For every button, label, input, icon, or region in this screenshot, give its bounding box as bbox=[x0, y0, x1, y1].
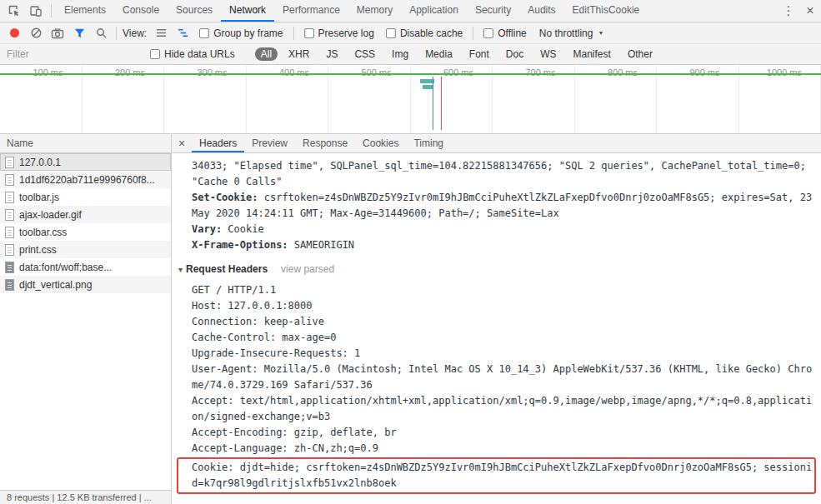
timeline-tick-label: 900 ms bbox=[689, 67, 719, 77]
checkbox-box bbox=[199, 28, 209, 38]
separator bbox=[116, 27, 117, 40]
stylesheet-file-icon bbox=[5, 244, 14, 256]
request-name: print.css bbox=[19, 244, 57, 256]
collapse-triangle-icon[interactable]: ▾ bbox=[178, 265, 183, 274]
request-row[interactable]: 1d1df6220ab711e9996760f8... bbox=[0, 171, 171, 188]
timeline-tick-label: 1000 ms bbox=[767, 67, 802, 77]
tab-console[interactable]: Console bbox=[114, 0, 168, 22]
stylesheet-file-icon bbox=[5, 227, 14, 238]
timeline-tick-label: 300 ms bbox=[197, 67, 227, 77]
tab-elements[interactable]: Elements bbox=[56, 0, 114, 22]
image-file-icon bbox=[5, 209, 14, 221]
filter-type-other[interactable]: Other bbox=[622, 47, 658, 61]
request-row[interactable]: 127.0.0.1 bbox=[0, 153, 171, 171]
checkbox-box bbox=[304, 28, 314, 38]
search-icon[interactable] bbox=[90, 23, 112, 43]
network-summary-bar: 8 requests | 12.5 KB transferred | ... bbox=[0, 490, 172, 504]
request-row[interactable]: data:font/woff;base... bbox=[0, 258, 171, 276]
checkbox-box bbox=[483, 28, 493, 38]
close-devtools-icon[interactable]: × bbox=[799, 1, 821, 21]
tab-timing[interactable]: Timing bbox=[406, 134, 451, 152]
request-header-upgrade-insecure: Upgrade-Insecure-Requests: 1 bbox=[177, 346, 818, 362]
timeline-tick-label: 700 ms bbox=[525, 67, 555, 77]
filter-type-ws[interactable]: WS bbox=[534, 47, 562, 61]
filter-type-img[interactable]: Img bbox=[386, 47, 414, 61]
filter-type-js[interactable]: JS bbox=[320, 47, 343, 61]
request-row[interactable]: toolbar.css bbox=[0, 223, 171, 241]
record-button[interactable] bbox=[3, 23, 25, 43]
request-header-accept-encoding: Accept-Encoding: gzip, deflate, br bbox=[177, 425, 818, 441]
filter-type-all[interactable]: All bbox=[255, 47, 278, 61]
view-waterfall-icon[interactable] bbox=[172, 23, 193, 43]
request-line: GET / HTTP/1.1 bbox=[177, 282, 818, 298]
tab-sources[interactable]: Sources bbox=[168, 0, 221, 22]
tab-application[interactable]: Application bbox=[401, 0, 467, 22]
response-header-x-frame-options: X-Frame-Options: SAMEORIGIN bbox=[177, 237, 818, 253]
name-column-header[interactable]: Name bbox=[0, 134, 171, 153]
filter-type-media[interactable]: Media bbox=[419, 47, 458, 61]
timeline-cell: 500 ms bbox=[328, 65, 411, 133]
disable-cache-checkbox[interactable]: Disable cache bbox=[386, 27, 463, 39]
request-name: toolbar.js bbox=[19, 192, 59, 203]
device-toolbar-icon[interactable] bbox=[25, 1, 47, 21]
response-header-set-cookie: Set-Cookie: csrftoken=z4sDnWBZDz5Y9zIvr0… bbox=[177, 190, 818, 222]
view-list-icon[interactable] bbox=[150, 23, 172, 43]
kebab-menu-icon[interactable]: ⋮ bbox=[778, 1, 799, 21]
header-value: SAMEORIGIN bbox=[294, 239, 354, 251]
network-overview-timeline[interactable]: 100 ms 200 ms 300 ms 400 ms 500 ms 600 m… bbox=[0, 65, 821, 134]
timeline-tick-label: 200 ms bbox=[115, 67, 145, 77]
response-header-vary: Vary: Cookie bbox=[177, 222, 818, 237]
timeline-cell: 800 ms bbox=[575, 65, 658, 133]
details-tab-bar: × Headers Preview Response Cookies Timin… bbox=[172, 134, 821, 153]
timeline-cell: 300 ms bbox=[164, 65, 247, 133]
filter-type-manifest[interactable]: Manifest bbox=[568, 47, 617, 61]
clear-button[interactable] bbox=[25, 23, 47, 43]
tab-response[interactable]: Response bbox=[295, 134, 355, 152]
filter-type-css[interactable]: CSS bbox=[348, 47, 381, 61]
header-value: Cookie bbox=[228, 223, 263, 235]
separator bbox=[293, 27, 294, 40]
inspect-element-icon[interactable] bbox=[3, 1, 25, 21]
network-toolbar: View: Group by frame Preserve log Disabl… bbox=[0, 22, 821, 44]
request-row[interactable]: ajax-loader.gif bbox=[0, 206, 171, 223]
tab-audits[interactable]: Audits bbox=[519, 0, 563, 22]
request-header-accept-language: Accept-Language: zh-CN,zh;q=0.9 bbox=[177, 441, 818, 457]
header-name: X-Frame-Options: bbox=[192, 239, 288, 251]
devtools-tab-bar: Elements Console Sources Network Perform… bbox=[0, 0, 821, 22]
request-headers-section-header[interactable]: ▾Request Headersview parsed bbox=[177, 262, 818, 277]
tab-security[interactable]: Security bbox=[467, 0, 519, 22]
filter-type-doc[interactable]: Doc bbox=[500, 47, 529, 61]
tab-preview[interactable]: Preview bbox=[244, 134, 295, 152]
tab-editthiscookie[interactable]: EditThisCookie bbox=[564, 0, 648, 22]
throttling-value: No throttling bbox=[539, 27, 593, 39]
request-row[interactable]: toolbar.js bbox=[0, 188, 171, 206]
request-header-connection: Connection: keep-alive bbox=[177, 314, 818, 330]
filter-input[interactable] bbox=[7, 48, 132, 60]
preserve-log-checkbox[interactable]: Preserve log bbox=[304, 27, 374, 39]
group-by-frame-checkbox[interactable]: Group by frame bbox=[199, 27, 283, 39]
separator bbox=[51, 4, 52, 17]
header-value: csrftoken=z4sDnWBZDz5Y9zIvr0mI9hJBmCciPu… bbox=[192, 192, 812, 219]
tab-memory[interactable]: Memory bbox=[348, 0, 401, 22]
request-header-host: Host: 127.0.0.1:8000 bbox=[177, 298, 818, 314]
filter-type-xhr[interactable]: XHR bbox=[283, 47, 315, 61]
timeline-tick-label: 400 ms bbox=[279, 67, 309, 77]
headers-content: 34033; "Elapsed time", SQLPanel_sql_time… bbox=[172, 153, 821, 504]
throttling-select[interactable]: No throttling ▼ bbox=[539, 27, 604, 39]
timeline-cell: 600 ms bbox=[411, 65, 493, 133]
view-parsed-link[interactable]: view parsed bbox=[281, 263, 334, 275]
request-row[interactable]: djdt_vertical.png bbox=[0, 276, 171, 293]
request-row[interactable]: print.css bbox=[0, 241, 171, 258]
hide-data-urls-checkbox[interactable]: Hide data URLs bbox=[150, 48, 235, 60]
tab-headers[interactable]: Headers bbox=[192, 134, 244, 152]
offline-checkbox[interactable]: Offline bbox=[483, 27, 526, 39]
filter-funnel-icon[interactable] bbox=[68, 23, 90, 43]
script-file-icon bbox=[5, 174, 14, 186]
filter-type-font[interactable]: Font bbox=[463, 47, 495, 61]
tab-performance[interactable]: Performance bbox=[274, 0, 348, 22]
tab-network[interactable]: Network bbox=[221, 0, 274, 22]
close-details-icon[interactable]: × bbox=[172, 134, 192, 152]
tab-cookies[interactable]: Cookies bbox=[355, 134, 406, 152]
request-name: ajax-loader.gif bbox=[19, 209, 82, 221]
screenshot-camera-icon[interactable] bbox=[47, 23, 68, 43]
